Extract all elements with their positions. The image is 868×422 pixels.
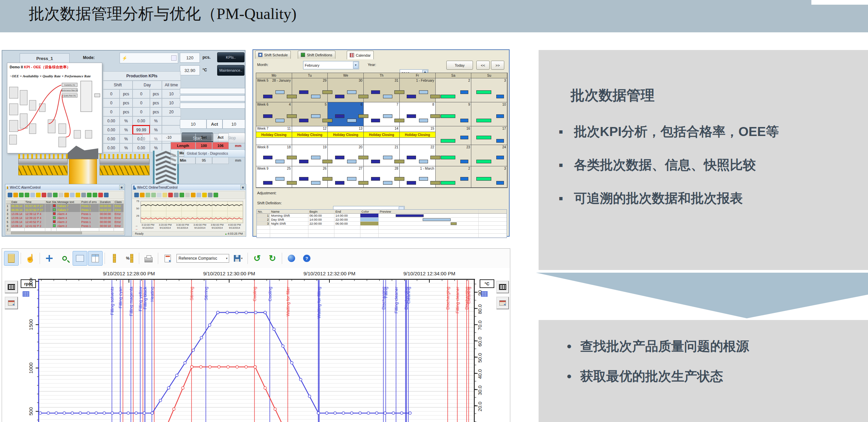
last-icon[interactable] (162, 193, 167, 197)
calendar-icon[interactable] (140, 193, 145, 197)
calendar-day-cell[interactable]: 3 (471, 78, 507, 102)
calendar-day-cell[interactable]: 9 (436, 102, 472, 126)
calendar-day-cell[interactable]: 3 (471, 166, 507, 187)
alarm-close-icon[interactable]: ▣ (119, 185, 124, 190)
move-button[interactable] (42, 251, 57, 266)
hand-button[interactable]: ☝ (23, 251, 38, 266)
calendar-day-cell[interactable]: 25Week 9 (256, 166, 292, 187)
online-help-button[interactable] (284, 251, 299, 266)
alarm-hscrollbar[interactable] (6, 231, 124, 234)
percent-ruler-button[interactable]: % (122, 251, 137, 266)
calendar-day-cell[interactable]: 18Week 8 (256, 145, 292, 166)
alarm-row[interactable]: 613.09.1412:41:02 P 2Alarm 2Press 100:00… (6, 224, 124, 228)
maintenance-button[interactable]: Maintenance.. (217, 65, 245, 76)
month-select[interactable]: February▼ (303, 61, 359, 69)
calendar-day-cell[interactable]: 14Holiday Closing (364, 126, 400, 145)
calendar-day-cell[interactable]: 5 (292, 102, 328, 126)
ack-icon[interactable] (53, 193, 58, 197)
calendar-day-cell[interactable]: 28 - JanuaryWeek 5 (256, 78, 292, 102)
next-month-button[interactable]: >> (491, 61, 504, 70)
page-icon[interactable] (13, 193, 18, 197)
calendar-day-cell[interactable]: 6 (328, 102, 364, 126)
today-button[interactable]: Today (446, 61, 473, 70)
person-icon[interactable] (64, 193, 69, 197)
trend-window-titlebar[interactable]: ▙ WinCC OnlineTrendControl ▣ (132, 184, 246, 190)
stop-icon[interactable] (191, 193, 195, 197)
save-button[interactable]: ▾ (231, 251, 246, 266)
check-out-icon[interactable] (25, 193, 29, 197)
calendar-day-cell[interactable]: 28 (364, 166, 400, 187)
calendar-day-cell[interactable]: 23 (436, 145, 472, 166)
alarm-row[interactable]: 206.09.1401:57:52 P 27Failure 7Press 100… (6, 208, 124, 212)
sort-icon[interactable] (87, 193, 92, 197)
kpis-button[interactable]: KPIs.. (217, 52, 245, 62)
calendar-day-cell[interactable]: 27 (328, 166, 364, 187)
calendar-day-cell[interactable]: 19 (292, 145, 328, 166)
doc-icon[interactable] (30, 193, 35, 197)
combo-button[interactable] (171, 55, 177, 61)
tags-icon[interactable] (208, 193, 213, 197)
alarm-row[interactable]: 106.09.1401:57:42 P 27Failure 7Press 100… (6, 204, 124, 208)
ruler-button[interactable] (107, 251, 122, 266)
info-icon[interactable] (8, 193, 12, 197)
one-to-one-button[interactable] (72, 251, 87, 266)
ack-all-icon[interactable] (59, 193, 63, 197)
play-icon[interactable] (214, 193, 218, 197)
table-view-button[interactable] (88, 251, 102, 266)
down-green-icon[interactable] (98, 193, 103, 197)
zoom-icon[interactable] (168, 193, 173, 197)
alarm-row[interactable]: 413.09.1412:39:22 P 4Alarm 4Press 100:00… (6, 216, 124, 220)
alarm-row[interactable]: 313.09.1412:39:12 P 4Alarm 4Press 100:00… (6, 212, 124, 216)
export-icon[interactable] (104, 193, 108, 197)
list-button[interactable] (4, 251, 19, 266)
calendar-day-cell[interactable]: 7 (364, 102, 400, 126)
calendar-day-cell[interactable]: 2 (436, 166, 472, 187)
calendar-day-cell[interactable]: 16 (436, 126, 472, 145)
help-button[interactable]: ? (300, 251, 314, 266)
alert-icon[interactable] (42, 193, 46, 197)
alarm-window-titlebar[interactable]: ▮ WinCC AlarmControl ▣ (5, 184, 125, 190)
print-icon[interactable] (81, 193, 86, 197)
reference-comparison-dropdown[interactable]: Reference Comparisc▾ (177, 254, 229, 263)
calendar-day-cell[interactable]: 29 (292, 78, 328, 102)
calendar-day-cell[interactable]: 4Week 6 (256, 102, 292, 126)
updown-icon[interactable] (47, 193, 52, 197)
next-icon[interactable] (157, 193, 161, 197)
unlock-icon[interactable] (75, 193, 80, 197)
shift-row[interactable]: 3Night Shift22:00:0006:00:00 (257, 222, 506, 226)
calendar-day-cell[interactable]: 22 (400, 145, 436, 166)
calendar-day-cell[interactable]: 8 (400, 102, 436, 126)
print-button[interactable] (141, 251, 156, 266)
shift-row[interactable]: 2Day Shift14:00:0022:00:00 (257, 218, 506, 222)
select-icon[interactable] (185, 193, 190, 197)
chevron-down-icon[interactable]: ▼ (353, 62, 359, 69)
move-icon[interactable] (174, 193, 179, 197)
calendar-day-cell[interactable]: 31 (364, 78, 400, 102)
calendar-day-cell[interactable]: 12Holiday Closing (292, 126, 328, 145)
mode-combo[interactable]: ⚡ (120, 53, 178, 63)
calendar-day-cell[interactable]: 20 (328, 145, 364, 166)
calendar-day-cell[interactable]: 21 (364, 145, 400, 166)
copy-icon[interactable] (70, 193, 74, 197)
tab-calendar[interactable]: Calendar (347, 51, 374, 59)
calendar-day-cell[interactable]: 10 (471, 102, 507, 126)
zoom-button[interactable] (57, 251, 72, 266)
export-archive-button[interactable]: ↻ (265, 251, 280, 266)
up-green-icon[interactable] (93, 193, 97, 197)
lock-icon[interactable] (36, 193, 41, 197)
trend-close-icon[interactable]: ▣ (241, 185, 245, 190)
calendar-day-cell[interactable]: 1 - March (400, 166, 436, 187)
calendar-day-cell[interactable]: 24 (471, 145, 507, 166)
calendar-day-cell[interactable]: 11Week 7Holiday Closing (256, 126, 292, 145)
help-icon[interactable] (134, 193, 139, 197)
link-icon[interactable] (202, 193, 207, 197)
prev-month-button[interactable]: << (476, 61, 490, 70)
alarm-row[interactable]: 513.09.1412:40:52 P 2Alarm 2Press 100:00… (6, 220, 124, 224)
shift-row[interactable]: 1Morning Shift06:00:0014:00:00 (257, 214, 506, 218)
calendar-day-cell[interactable]: 17 (471, 126, 507, 145)
print-icon[interactable] (196, 193, 201, 197)
check-in-icon[interactable] (19, 193, 24, 197)
calendar-day-cell[interactable]: 2 (436, 78, 472, 102)
calendar-day-cell[interactable]: 15Holiday Closing (400, 126, 436, 145)
ruler-icon[interactable] (180, 193, 184, 197)
